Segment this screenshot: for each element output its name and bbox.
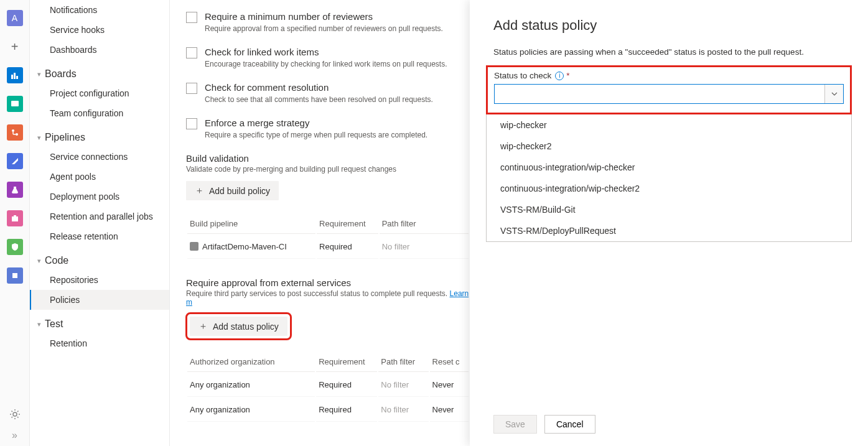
nav-group-code[interactable]: ▾Code [30,246,169,270]
nav-group-test[interactable]: ▾Test [30,310,169,333]
chevron-down-icon: ▾ [37,70,41,78]
nav-label: Notifications [50,5,97,15]
build-validation-desc: Validate code by pre-merging and buildin… [186,165,470,174]
cell-filter: No filter [378,373,428,397]
check-desc: Encourage traceability by checking for l… [205,60,447,68]
svg-line-16 [11,417,12,418]
external-services-desc: Require third party services to post suc… [186,289,470,307]
svg-rect-3 [11,101,19,106]
nav-label: Team configuration [50,108,123,118]
settings-icon[interactable] [9,409,21,420]
cell-req: Required [316,373,377,397]
build-validation-heading: Build validation [186,153,470,164]
table-row[interactable]: Any organization Required No filter Neve… [187,373,469,397]
chevron-down-icon: ▾ [37,257,41,265]
nav-group-pipelines[interactable]: ▾Pipelines [30,123,169,147]
checkbox-linked-items[interactable] [186,47,197,58]
add-icon[interactable]: + [7,39,23,55]
nav-label: Agent pools [50,172,96,182]
col-path-filter: Path filter [380,214,469,234]
expand-icon[interactable]: » [12,430,17,441]
status-option[interactable]: continuous-integration/wip-checker [487,157,851,178]
repos-icon[interactable] [7,124,23,141]
status-option[interactable]: VSTS-RM/Build-Git [487,199,851,220]
svg-point-5 [16,133,18,136]
info-icon[interactable]: i [555,72,564,80]
cancel-button[interactable]: Cancel [544,415,595,434]
overview-icon[interactable] [7,67,23,83]
svg-line-17 [17,411,19,412]
status-combobox[interactable] [494,84,844,104]
checkbox-merge-strategy[interactable] [186,118,197,129]
compliance-icon[interactable] [7,239,23,255]
col-requirement: Requirement [317,214,378,234]
nav-service-connections[interactable]: Service connections [30,147,169,167]
pipelines-icon[interactable] [7,153,23,169]
svg-rect-1 [14,73,16,79]
table-row[interactable]: Any organization Required No filter Neve… [187,398,469,422]
panel-footer: Save Cancel [493,406,844,434]
status-field-highlight: Status to check i * [486,65,852,114]
cell-filter: No filter [380,235,469,259]
nav-group-label: Code [45,255,68,266]
add-build-policy-button[interactable]: ＋ Add build policy [186,181,279,200]
testplans-icon[interactable] [7,182,23,198]
settings-nav: Notifications Service hooks Dashboards ▾… [30,0,170,446]
add-status-policy-button[interactable]: ＋ Add status policy [190,317,287,336]
nav-group-boards[interactable]: ▾Boards [30,60,169,83]
svg-point-4 [12,129,14,132]
col-reset: Reset c [430,352,469,372]
nav-repositories[interactable]: Repositories [30,270,169,290]
project-initial: A [12,13,17,23]
nav-group-label: Pipelines [45,132,85,143]
status-input[interactable] [495,85,824,103]
chevron-down-icon[interactable] [824,85,843,103]
nav-test-retention[interactable]: Retention [30,333,169,353]
artifacts-icon[interactable] [7,210,23,226]
plus-icon: ＋ [198,320,208,332]
nav-dashboards[interactable]: Dashboards [30,40,169,60]
svg-line-14 [11,411,12,412]
svg-rect-2 [16,76,18,79]
add-status-label: Add status policy [213,322,279,332]
option-label: VSTS-RM/DeployPullRequest [500,226,616,236]
checkbox-min-reviewers[interactable] [186,12,197,23]
save-button[interactable]: Save [493,415,537,434]
status-option[interactable]: wip-checker [487,114,851,136]
cell-org: Any organization [187,398,315,422]
cancel-label: Cancel [556,419,584,429]
icon-rail: A + » [0,0,30,446]
policy-check-row: Check for linked work items Encourage tr… [186,47,470,68]
nav-release-retention[interactable]: Release retention [30,226,169,246]
plus-icon: ＋ [195,185,204,197]
nav-project-configuration[interactable]: Project configuration [30,83,169,103]
nav-group-label: Test [45,318,63,330]
boards-icon[interactable] [7,96,23,112]
nav-retention-parallel[interactable]: Retention and parallel jobs [30,207,169,226]
policy-check-row: Check for comment resolution Check to se… [186,82,470,104]
add-status-policy-panel: Add status policy Status policies are pa… [470,0,868,446]
desc-text: Require third party services to post suc… [186,289,450,298]
checkbox-comment-resolution[interactable] [186,83,197,94]
add-build-label: Add build policy [209,186,270,196]
check-title: Check for linked work items [205,47,447,57]
nav-policies[interactable]: Policies [30,290,169,310]
option-label: wip-checker [500,120,547,130]
check-desc: Require approval from a specified number… [205,24,443,33]
project-avatar-icon[interactable]: A [7,10,23,26]
nav-service-hooks[interactable]: Service hooks [30,20,169,40]
status-option[interactable]: VSTS-RM/DeployPullRequest [487,220,851,241]
cell-reset: Never [430,398,469,422]
nav-notifications[interactable]: Notifications [30,0,169,20]
svg-rect-6 [12,216,18,221]
option-label: wip-checker2 [500,141,551,151]
required-indicator: * [566,71,569,80]
nav-deployment-pools[interactable]: Deployment pools [30,187,169,207]
status-option[interactable]: continuous-integration/wip-checker2 [487,178,851,199]
status-option[interactable]: wip-checker2 [487,136,851,157]
extension-icon[interactable] [7,267,23,284]
nav-team-configuration[interactable]: Team configuration [30,103,169,123]
table-row[interactable]: ArtifactDemo-Maven-CI Required No filter [187,235,469,259]
nav-agent-pools[interactable]: Agent pools [30,167,169,187]
pipeline-icon [190,242,198,251]
